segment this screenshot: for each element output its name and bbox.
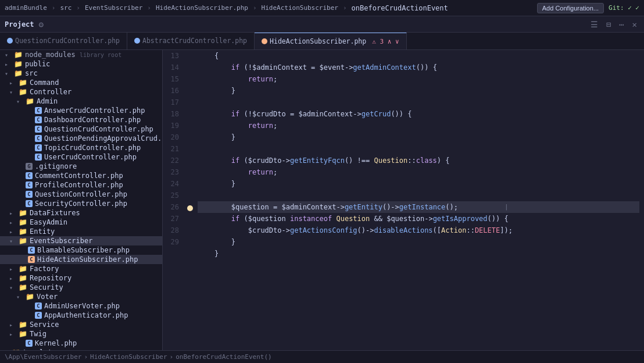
- status-class-text: HideActionSubscriber: [90, 353, 167, 361]
- sidebar-item-public[interactable]: ▸ 📁 public: [0, 59, 162, 69]
- tab-label: QuestionCrudController.php: [15, 37, 120, 45]
- code-area[interactable]: 13 14 15 16 17 18 19 20 21 22 23 24 25 2…: [163, 50, 644, 350]
- sidebar-item-voter[interactable]: ▾ 📁 Voter: [0, 292, 162, 301]
- add-configuration-button[interactable]: Add Configuration...: [537, 3, 604, 13]
- tab-warning: ⚠ 3 ∧ ∨: [372, 38, 399, 45]
- sidebar-item-eventsubscriber[interactable]: ▾ 📁 EventSubscriber: [0, 236, 162, 245]
- sidebar-item-controller[interactable]: ▾ 📁 Controller: [0, 87, 162, 97]
- file-icon-php2: C: [35, 116, 42, 123]
- status-path: \App\EventSubscriber › HideActionSubscri…: [5, 353, 272, 361]
- tab-question-crud-controller[interactable]: QuestionCrudController.php: [0, 33, 127, 49]
- file-icon-admin-voter: C: [35, 302, 42, 309]
- sidebar-item-command[interactable]: ▸ 📁 Command: [0, 78, 162, 87]
- breadcrumb-class: HideActionSubscriber: [262, 4, 338, 12]
- options-icon[interactable]: ⋯: [617, 19, 626, 30]
- sidebar-item-repository[interactable]: ▸ 📁 Repository: [0, 273, 162, 283]
- tab-hide-action-subscriber[interactable]: HideActionSubscriber.php ⚠ 3 ∧ ∨: [255, 33, 407, 49]
- sidebar-item-service[interactable]: ▸ 📁 Service: [0, 320, 162, 329]
- arrow-eventsubscriber: ▾: [9, 238, 16, 244]
- gutter: [184, 50, 193, 350]
- code-line-28: }: [198, 248, 639, 259]
- close-toolbar-icon[interactable]: ✕: [630, 19, 639, 30]
- settings-icon[interactable]: ⚙: [37, 19, 46, 30]
- folder-icon-command: 📁: [19, 79, 27, 87]
- arrow-voter: ▾: [16, 294, 23, 300]
- sidebar-item-profile[interactable]: C ProfileController.php: [0, 180, 162, 190]
- sidebar-item-question-ctrl[interactable]: C QuestionController.php: [0, 190, 162, 199]
- tab-abstract-crud-controller[interactable]: AbstractCrudController.php: [127, 33, 255, 49]
- sidebar-item-kernel[interactable]: C Kernel.php: [0, 339, 162, 348]
- sidebar-item-comment[interactable]: C CommentController.php: [0, 171, 162, 180]
- arrow-icon: ▾: [5, 52, 12, 58]
- sidebar-item-easyadmin[interactable]: ▸ 📁 EasyAdmin: [0, 218, 162, 227]
- sidebar-item-factory[interactable]: ▸ 📁 Factory: [0, 264, 162, 273]
- arrow-icon-public: ▸: [5, 61, 12, 67]
- status-method-text: onBeforeCrudActionEvent(): [176, 353, 272, 361]
- status-sep2: ›: [170, 353, 174, 361]
- file-icon-git: G: [26, 163, 33, 170]
- tab-icon-php: [7, 38, 13, 44]
- arrow-service: ▸: [9, 322, 16, 328]
- breadcrumb-eventsubscriber: EventSubscriber: [85, 4, 142, 12]
- folder-icon-admin: 📁: [26, 97, 34, 105]
- tab-icon-php-alt: [262, 38, 267, 44]
- code-line-14: if (!$adminContext = $event->getAdminCon…: [198, 62, 639, 73]
- line-numbers: 13 14 15 16 17 18 19 20 21 22 23 24 25 2…: [163, 50, 184, 350]
- sidebar-item-question-crud[interactable]: C QuestionCrudController.php: [0, 124, 162, 134]
- collapse-icon[interactable]: ⊟: [604, 19, 613, 30]
- folder-icon-datafixtures: 📁: [19, 209, 27, 217]
- file-icon-blamable: C: [28, 247, 35, 254]
- folder-icon-security: 📁: [19, 283, 27, 291]
- code-line-17a: [198, 97, 639, 108]
- folder-icon-easyadmin: 📁: [19, 218, 27, 226]
- tab-label2: AbstractCrudController.php: [142, 37, 247, 45]
- file-icon-app-auth: C: [35, 312, 42, 319]
- sidebar-item-security[interactable]: ▾ 📁 Security: [0, 283, 162, 292]
- file-icon-kernel: C: [26, 340, 33, 347]
- file-icon-hide-action: C: [28, 256, 35, 263]
- sidebar-item-blamable[interactable]: C BlamableSubscriber.php: [0, 245, 162, 255]
- folder-icon-eventsubscriber: 📁: [19, 237, 27, 245]
- code-content: { if (!$adminContext = $event->getAdminC…: [193, 50, 644, 350]
- sidebar-item-topic-crud[interactable]: C TopicCrudController.php: [0, 143, 162, 152]
- code-line-20: if ($crudDto->getEntityFqcn() !== Questi…: [198, 155, 639, 166]
- sidebar-item-gitignore[interactable]: G .gitignore: [0, 162, 162, 171]
- arrow-icon-src: ▾: [5, 70, 12, 77]
- sidebar-item-user-crud[interactable]: C UserCrudController.php: [0, 152, 162, 162]
- sidebar-item-node-modules[interactable]: ▾ 📁 node_modules library root: [0, 50, 162, 59]
- sidebar-item-twig[interactable]: ▸ 📁 Twig: [0, 329, 162, 339]
- code-line-13: {: [198, 50, 639, 62]
- tab-bar: QuestionCrudController.php AbstractCrudC…: [0, 33, 644, 50]
- breadcrumb-adminbundle: adminBundle: [5, 4, 47, 12]
- sidebar-item-app-auth[interactable]: C AppAuthenticator.php: [0, 311, 162, 320]
- sidebar-item-admin[interactable]: ▾ 📁 Admin: [0, 97, 162, 106]
- sidebar-item-entity[interactable]: ▸ 📁 Entity: [0, 227, 162, 236]
- sidebar-item-dashboard[interactable]: C DashboardController.php: [0, 115, 162, 124]
- arrow-factory: ▸: [9, 266, 16, 272]
- sidebar-item-security-ctrl[interactable]: C SecurityController.php: [0, 199, 162, 208]
- file-icon-php: C: [35, 107, 42, 114]
- code-line-26: $crudDto->getActionsConfig()->disableAct…: [198, 225, 639, 236]
- arrow-icon-admin: ▾: [16, 98, 23, 105]
- file-icon-php4: C: [35, 135, 42, 142]
- sidebar-item-question-pending[interactable]: C QuestionPendingApprovalCrud...: [0, 134, 162, 143]
- code-line-29: [198, 259, 639, 271]
- status-bar: \App\EventSubscriber › HideActionSubscri…: [0, 350, 644, 363]
- sidebar-item-datafixtures[interactable]: ▸ 📁 DataFixtures: [0, 208, 162, 218]
- arrow-repository: ▸: [9, 275, 16, 282]
- status-sep1: ›: [84, 353, 88, 361]
- sidebar-item-hide-action[interactable]: C HideActionSubscriber.php: [0, 255, 162, 264]
- sidebar-item-answer-crud[interactable]: C AnswerCrudController.php: [0, 106, 162, 115]
- file-icon-profile: C: [26, 182, 33, 188]
- sidebar-item-admin-voter[interactable]: C AdminUserVoter.php: [0, 301, 162, 311]
- layout-icon[interactable]: ☰: [588, 19, 600, 30]
- editor: 13 14 15 16 17 18 19 20 21 22 23 24 25 2…: [163, 50, 644, 350]
- folder-icon-node-modules: 📁: [14, 51, 23, 59]
- toolbar: Project ⚙ ☰ ⊟ ⋯ ✕: [0, 16, 644, 33]
- sidebar-item-src[interactable]: ▾ 📁 src: [0, 69, 162, 78]
- code-line-17: if (!$crudDto = $adminContext->getCrud()…: [198, 108, 639, 120]
- sidebar: ▾ 📁 node_modules library root ▸ 📁 public…: [0, 50, 163, 350]
- folder-icon-public: 📁: [14, 60, 23, 68]
- code-line-22: }: [198, 178, 639, 190]
- folder-icon-src: 📁: [14, 69, 23, 77]
